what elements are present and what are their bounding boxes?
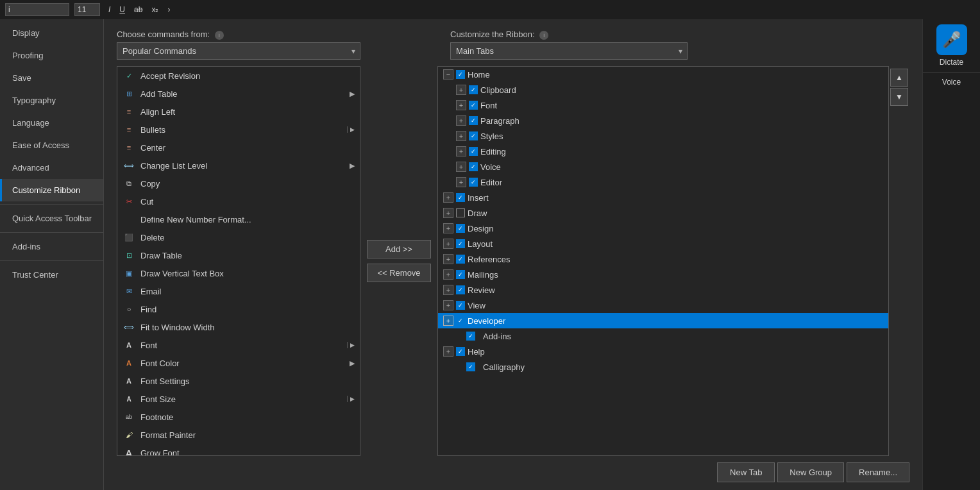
font-input[interactable]: i	[5, 3, 69, 16]
font-size-input[interactable]: 11	[74, 3, 100, 16]
tree-expand-styles[interactable]: +	[456, 131, 466, 141]
cmd-align-left[interactable]: ≡ Align Left	[117, 103, 360, 121]
cmd-format-painter[interactable]: 🖌 Format Painter	[117, 426, 360, 444]
tree-item-review[interactable]: + ✓ Review	[438, 282, 888, 298]
tree-expand-clipboard[interactable]: +	[456, 85, 466, 95]
tree-expand-voice[interactable]: +	[456, 162, 466, 172]
cmd-center[interactable]: ≡ Center	[117, 139, 360, 156]
choose-commands-select[interactable]: Popular Commands All Commands Commands N…	[117, 42, 360, 60]
underline-button[interactable]: U	[116, 4, 128, 15]
tree-check-calligraphy[interactable]: ✓	[466, 362, 475, 371]
tree-expand-help[interactable]: +	[443, 346, 453, 357]
tree-check-help[interactable]: ✓	[456, 347, 465, 356]
tree-item-calligraphy[interactable]: ✓ Calligraphy	[438, 359, 888, 375]
tree-check-font[interactable]: ✓	[469, 101, 478, 110]
strikethrough-button[interactable]: ab	[131, 4, 146, 15]
tree-check-mailings[interactable]: ✓	[456, 270, 465, 279]
tree-check-editor[interactable]: ✓	[469, 178, 478, 187]
sidebar-item-proofing[interactable]: Proofing	[0, 44, 103, 67]
cmd-find[interactable]: ○ Find	[117, 300, 360, 318]
new-tab-button[interactable]: New Tab	[717, 462, 775, 482]
cmd-accept-revision[interactable]: ✓ Accept Revision	[117, 67, 360, 85]
cmd-font-size[interactable]: A Font Size ▶	[117, 390, 360, 408]
tree-item-clipboard[interactable]: + ✓ Clipboard	[438, 82, 888, 97]
cmd-fit-to-window[interactable]: ⟺ Fit to Window Width	[117, 318, 360, 336]
tree-check-add-ins-child[interactable]: ✓	[466, 332, 475, 341]
remove-button[interactable]: << Remove	[367, 264, 431, 282]
tree-item-layout[interactable]: + ✓ Layout	[438, 236, 888, 251]
tree-item-editing[interactable]: + ✓ Editing	[438, 144, 888, 159]
tree-check-design[interactable]: ✓	[456, 224, 465, 233]
tree-expand-editor[interactable]: +	[456, 177, 466, 187]
ribbon-tree[interactable]: − ✓ Home + ✓ Clipboard + ✓ Font	[438, 67, 888, 455]
tree-check-references[interactable]: ✓	[456, 255, 465, 264]
command-list[interactable]: ✓ Accept Revision ⊞ Add Table ▶ ≡ Align …	[117, 67, 360, 455]
subscript-button[interactable]: x₂	[148, 4, 162, 15]
cmd-cut[interactable]: ✂ Cut	[117, 192, 360, 210]
tree-expand-design[interactable]: +	[443, 223, 453, 233]
tree-item-view[interactable]: + ✓ View	[438, 298, 888, 313]
dictate-icon[interactable]: 🎤	[936, 24, 967, 55]
tree-check-view[interactable]: ✓	[456, 301, 465, 310]
tree-item-font[interactable]: + ✓ Font	[438, 97, 888, 113]
tree-item-draw[interactable]: + Draw	[438, 205, 888, 221]
sidebar-item-trust-center[interactable]: Trust Center	[0, 264, 103, 286]
tree-expand-home[interactable]: −	[443, 69, 453, 80]
tree-expand-view[interactable]: +	[443, 300, 453, 310]
tree-expand-editing[interactable]: +	[456, 146, 466, 156]
cmd-delete[interactable]: ⬛ Delete	[117, 228, 360, 246]
sidebar-item-customize-ribbon[interactable]: Customize Ribbon	[0, 179, 103, 201]
tree-check-review[interactable]: ✓	[456, 285, 465, 294]
rename-button[interactable]: Rename...	[847, 462, 909, 482]
tree-item-insert[interactable]: + ✓ Insert	[438, 190, 888, 205]
tree-item-paragraph[interactable]: + ✓ Paragraph	[438, 113, 888, 128]
tree-expand-developer[interactable]: +	[443, 316, 453, 326]
tree-item-styles[interactable]: + ✓ Styles	[438, 128, 888, 144]
tree-item-help[interactable]: + ✓ Help	[438, 344, 888, 359]
tree-expand-paragraph[interactable]: +	[456, 115, 466, 126]
cmd-draw-table[interactable]: ⊡ Draw Table	[117, 246, 360, 264]
tree-check-editing[interactable]: ✓	[469, 147, 478, 156]
tree-check-layout[interactable]: ✓	[456, 239, 465, 248]
tree-move-down-button[interactable]: ▼	[890, 88, 908, 106]
customize-ribbon-select[interactable]: Main Tabs Tool Tabs All Tabs	[450, 42, 688, 60]
tree-expand-mailings[interactable]: +	[443, 269, 453, 280]
cmd-define-new-format[interactable]: Define New Number Format...	[117, 210, 360, 228]
sidebar-item-quick-access[interactable]: Quick Access Toolbar	[0, 207, 103, 230]
sidebar-item-language[interactable]: Language	[0, 112, 103, 134]
tree-expand-font[interactable]: +	[456, 100, 466, 110]
tree-expand-review[interactable]: +	[443, 285, 453, 295]
cmd-draw-vertical-text-box[interactable]: ▣ Draw Vertical Text Box	[117, 264, 360, 282]
tree-item-home[interactable]: − ✓ Home	[438, 67, 888, 82]
italic-button[interactable]: I	[105, 4, 114, 15]
sidebar-item-add-ins[interactable]: Add-ins	[0, 235, 103, 258]
tree-move-up-button[interactable]: ▲	[890, 69, 908, 87]
cmd-footnote[interactable]: ab Footnote	[117, 408, 360, 426]
cmd-change-list-level[interactable]: ⟺ Change List Level ▶	[117, 156, 360, 174]
tree-item-add-ins-child[interactable]: ✓ Add-ins	[438, 328, 888, 344]
tree-check-insert[interactable]: ✓	[456, 193, 465, 202]
new-group-button[interactable]: New Group	[777, 462, 844, 482]
sidebar-item-save[interactable]: Save	[0, 67, 103, 89]
tree-expand-insert[interactable]: +	[443, 192, 453, 203]
sidebar-item-advanced[interactable]: Advanced	[0, 156, 103, 179]
tree-expand-draw[interactable]: +	[443, 208, 453, 218]
tree-item-design[interactable]: + ✓ Design	[438, 221, 888, 236]
sidebar-item-ease-of-access[interactable]: Ease of Access	[0, 134, 103, 156]
tree-check-home[interactable]: ✓	[456, 70, 465, 79]
sidebar-item-typography[interactable]: Typography	[0, 89, 103, 112]
more-button[interactable]: ›	[164, 4, 173, 15]
tree-check-styles[interactable]: ✓	[469, 131, 478, 140]
tree-item-editor[interactable]: + ✓ Editor	[438, 174, 888, 190]
cmd-font[interactable]: A Font ▶	[117, 336, 360, 354]
tree-check-paragraph[interactable]: ✓	[469, 116, 478, 125]
tree-expand-layout[interactable]: +	[443, 239, 453, 249]
tree-item-mailings[interactable]: + ✓ Mailings	[438, 267, 888, 282]
add-button[interactable]: Add >>	[367, 240, 431, 258]
tree-check-draw[interactable]	[456, 208, 465, 217]
tree-expand-references[interactable]: +	[443, 254, 453, 264]
cmd-copy[interactable]: ⧉ Copy	[117, 174, 360, 192]
cmd-email[interactable]: ✉ Email	[117, 282, 360, 300]
cmd-font-settings[interactable]: A Font Settings	[117, 372, 360, 390]
tree-item-developer[interactable]: + ✓ Developer	[438, 313, 888, 328]
